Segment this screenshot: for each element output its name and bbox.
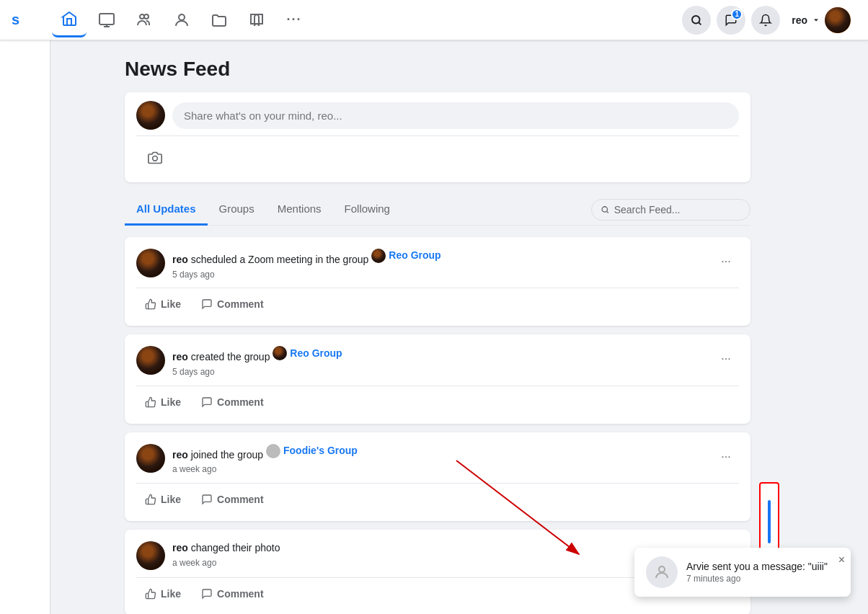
feed-item-left: reo joined the group Foodie's Group a we… — [136, 444, 358, 476]
comment-btn[interactable]: Comment — [192, 584, 273, 604]
feed-item-time: a week ago — [172, 463, 358, 476]
comment-icon — [201, 298, 213, 310]
nav-book-btn[interactable] — [239, 3, 274, 37]
feed-item-more-btn[interactable]: ··· — [713, 249, 739, 275]
feed-item-avatar — [136, 346, 165, 375]
notification-message: Arvie sent you a message: "uiii" — [686, 561, 828, 572]
like-btn[interactable]: Like — [136, 584, 190, 604]
feed-item-avatar — [136, 249, 165, 277]
thumbs-up-icon — [145, 298, 156, 310]
more-dots-icon: ··· — [721, 352, 730, 365]
comment-btn[interactable]: Comment — [192, 392, 273, 412]
comment-label: Comment — [217, 396, 264, 408]
notification-popup: × Arvie sent you a message: "uiii" 7 min… — [634, 548, 851, 597]
search-btn[interactable] — [682, 6, 711, 35]
nav-home-btn[interactable] — [52, 3, 87, 37]
nav-right-section: 1 reo — [682, 4, 856, 36]
feed-group-link[interactable]: Reo Group — [273, 346, 342, 360]
like-btn[interactable]: Like — [136, 294, 190, 314]
feed-item-left: reo changed their photo a week ago — [136, 541, 280, 570]
feed-item-text: reo joined the group Foodie's Group — [172, 444, 358, 463]
like-label: Like — [161, 298, 181, 310]
comment-btn[interactable]: Comment — [192, 294, 273, 314]
main-content: News Feed All Updates Groups Mention — [113, 40, 762, 614]
feed-user-name: reo — [172, 351, 188, 362]
feed-search-input[interactable] — [614, 204, 741, 215]
feed-item-time: 5 days ago — [172, 269, 441, 281]
like-btn[interactable]: Like — [136, 489, 190, 510]
svg-point-5 — [153, 156, 158, 161]
feed-item-more-btn[interactable]: ··· — [713, 444, 739, 470]
group-mini-avatar — [371, 249, 386, 263]
svg-point-2 — [144, 14, 149, 19]
comment-btn[interactable]: Comment — [192, 489, 273, 510]
thumbs-up-icon — [145, 494, 156, 505]
feed-item: reo created the group Reo Group 5 days a… — [125, 334, 750, 423]
comment-icon — [201, 494, 213, 505]
feed-item: reo scheduled a Zoom meeting in the grou… — [125, 237, 750, 326]
feed-group-link[interactable]: Foodie's Group — [266, 444, 358, 458]
messages-btn[interactable]: 1 — [717, 6, 745, 35]
feed-item-info: reo changed their photo a week ago — [172, 541, 280, 569]
feed-group-link[interactable]: Reo Group — [371, 249, 440, 263]
notifications-btn[interactable] — [751, 6, 780, 35]
feed-user-name: reo — [172, 254, 188, 265]
post-avatar — [136, 101, 165, 130]
more-dots-icon: ··· — [721, 255, 730, 268]
user-menu[interactable]: reo — [786, 4, 856, 36]
notification-content: Arvie sent you a message: "uiii" 7 minut… — [686, 561, 828, 584]
feed-item-more-btn[interactable]: ··· — [713, 346, 739, 372]
feed-item-actions: Like Comment — [136, 294, 739, 314]
feed-item-header: reo created the group Reo Group 5 days a… — [136, 346, 739, 378]
feed-search-box[interactable] — [591, 199, 750, 221]
feed-item-info: reo joined the group Foodie's Group a we… — [172, 444, 358, 476]
group-mini-avatar — [273, 346, 287, 360]
feed-group-name: Foodie's Group — [283, 444, 358, 458]
feed-item: reo joined the group Foodie's Group a we… — [125, 432, 750, 521]
comment-icon — [201, 396, 213, 408]
notification-avatar — [646, 556, 678, 588]
feed-item-divider — [136, 386, 739, 386]
feed-item-actions: Like Comment — [136, 489, 739, 510]
tab-groups[interactable]: Groups — [208, 194, 266, 226]
scrollbar-indicator — [768, 500, 771, 543]
notification-time: 7 minutes ago — [686, 574, 828, 584]
nav-folder-btn[interactable] — [202, 3, 236, 37]
post-box — [125, 92, 750, 182]
feed-item-text: reo changed their photo — [172, 541, 280, 556]
svg-rect-0 — [99, 14, 114, 25]
sidebar — [0, 40, 50, 614]
nav-profile-btn[interactable] — [164, 3, 199, 37]
add-photo-btn[interactable] — [136, 145, 174, 171]
nav-more-btn[interactable]: ··· — [277, 3, 311, 37]
notification-close-btn[interactable]: × — [838, 553, 845, 566]
comment-icon — [201, 588, 213, 600]
chevron-down-icon — [812, 16, 820, 25]
nav-community-btn[interactable] — [127, 3, 161, 37]
feed-action-text: changed their photo — [191, 542, 280, 553]
feed-action-text: scheduled a Zoom meeting in the group — [191, 254, 372, 265]
post-input-row — [136, 101, 739, 130]
like-label: Like — [161, 588, 181, 600]
feed-item-info: reo scheduled a Zoom meeting in the grou… — [172, 249, 441, 280]
feed-item-text: reo scheduled a Zoom meeting in the grou… — [172, 249, 441, 267]
more-dots-icon: ··· — [721, 450, 730, 463]
thumbs-up-icon — [145, 396, 156, 408]
svg-point-6 — [602, 206, 607, 211]
feed-user-name: reo — [172, 542, 188, 553]
group-mini-avatar-grey — [266, 444, 280, 458]
feed-item-info: reo created the group Reo Group 5 days a… — [172, 346, 342, 378]
tab-following[interactable]: Following — [333, 194, 402, 226]
like-btn[interactable]: Like — [136, 392, 190, 412]
comment-label: Comment — [217, 588, 264, 600]
top-navigation: s — [0, 0, 868, 40]
tab-all-updates[interactable]: All Updates — [125, 194, 208, 226]
user-name-label: reo — [792, 14, 807, 26]
feed-item-actions: Like Comment — [136, 392, 739, 412]
search-icon — [601, 205, 610, 215]
nav-chat-btn[interactable] — [89, 3, 124, 37]
tab-mentions[interactable]: Mentions — [266, 194, 333, 226]
feed-group-name: Reo Group — [389, 249, 440, 263]
feed-user-name: reo — [172, 449, 188, 460]
post-input[interactable] — [172, 102, 739, 129]
